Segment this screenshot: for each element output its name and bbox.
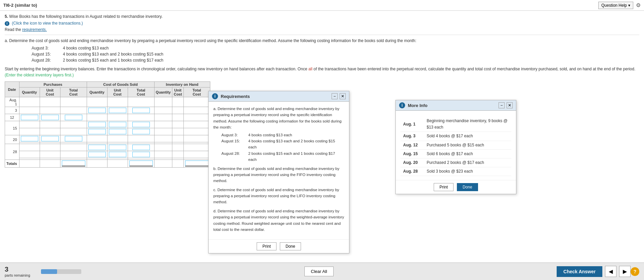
parts-label: parts remaining xyxy=(5,273,38,277)
cogs-tcost xyxy=(128,135,154,142)
p-qty xyxy=(19,144,40,151)
info-icon-circle[interactable]: i xyxy=(5,21,9,26)
popup-header-requirements: i Requirements − ✕ xyxy=(209,91,349,102)
req-close-button[interactable]: ✕ xyxy=(340,93,346,99)
question-help-button[interactable]: Question Help ▾ xyxy=(598,2,633,9)
end-text: of the transactions have been entered in… xyxy=(313,67,635,71)
requirements-link[interactable]: requirements. xyxy=(22,27,47,32)
instruction-block-a: a. Determine the cost of goods sold and … xyxy=(5,38,639,63)
cogs-qty-input[interactable] xyxy=(88,129,106,134)
question-number: 5. xyxy=(5,14,8,19)
more-info-desc: Sold 3 books @ $23 each xyxy=(424,167,511,176)
inv-tcost-cell xyxy=(183,144,210,151)
req-aug3-label: August 3: xyxy=(221,132,248,138)
p-ucost-input[interactable] xyxy=(41,136,59,141)
cogs-ucost-input[interactable] xyxy=(109,145,126,150)
req-title: Requirements xyxy=(221,94,332,99)
question-text: Wise Books has the following transaction… xyxy=(9,14,163,19)
list-item: Aug. 12Purchased 5 books @ $15 each xyxy=(400,141,511,149)
cogs-qty xyxy=(87,151,107,158)
cogs-qty-input[interactable] xyxy=(88,108,106,113)
instruction-a-text: a. Determine the cost of goods sold and … xyxy=(5,38,416,43)
more-info-done-button[interactable]: Done xyxy=(457,183,478,191)
p-tcost-input[interactable] xyxy=(65,136,82,141)
more-info-body: Aug. 1Beginning merchandise inventory, 9… xyxy=(396,111,516,180)
req-b-text: b. Determine the cost of goods sold and … xyxy=(213,167,339,183)
cogs-tcost-input[interactable] xyxy=(132,122,150,127)
cogs-ucost xyxy=(107,97,128,107)
progress-bar xyxy=(41,269,81,274)
clear-all-button[interactable]: Clear All xyxy=(304,267,333,276)
icon-link[interactable]: (Click the icon to view the transactions… xyxy=(12,21,83,26)
p-qty xyxy=(19,128,40,135)
more-info-date: Aug. 3 xyxy=(400,132,424,141)
cogs-qty-input[interactable] xyxy=(88,145,106,150)
p-qty-input[interactable] xyxy=(21,115,38,120)
totals-inv-qty xyxy=(154,160,172,168)
popup-controls: − ✕ xyxy=(332,93,346,99)
req-minimize-button[interactable]: − xyxy=(332,93,338,99)
more-info-close-button[interactable]: ✕ xyxy=(507,102,513,108)
cogs-ucost xyxy=(107,151,128,158)
inv-ucost-cell xyxy=(172,144,183,151)
table-row: Aug. 1 xyxy=(5,97,210,107)
cogs-ucost-input[interactable] xyxy=(109,152,126,157)
totals-p-tcost-input[interactable] xyxy=(62,161,85,167)
cogs-ucost xyxy=(107,144,128,151)
p-tcost xyxy=(60,135,87,142)
cogs-tcost xyxy=(128,114,154,121)
more-info-minimize-button[interactable]: − xyxy=(499,102,505,108)
more-info-date: Aug. 28 xyxy=(400,167,424,176)
p-ucost xyxy=(40,121,60,128)
inv-tcost-cell xyxy=(183,128,210,135)
cogs-ucost-input[interactable] xyxy=(109,129,126,134)
cogs-ucost-input[interactable] xyxy=(109,108,126,113)
totals-cogs-tcost-input[interactable] xyxy=(129,161,153,167)
cogs-tcost xyxy=(128,128,154,135)
parts-remaining: 3 parts remaining xyxy=(5,266,38,277)
req-d-text: d. Determine the cost of goods sold and … xyxy=(213,209,344,232)
more-info-footer: Print Done xyxy=(396,180,516,194)
table-row: 20 xyxy=(5,135,210,142)
totals-inv-tcost xyxy=(183,160,210,168)
cogs-tcost-input[interactable] xyxy=(132,152,150,157)
help-button[interactable]: ? xyxy=(631,267,639,276)
inv-qty-cell xyxy=(154,135,172,142)
date-cell: 28 xyxy=(5,144,19,160)
cogs-ucost xyxy=(107,128,128,135)
date-cell: 15 xyxy=(5,121,19,135)
purchases-qty: Quantity xyxy=(19,88,40,97)
settings-icon[interactable]: ⚙ xyxy=(636,2,641,8)
cogs-ucost-input[interactable] xyxy=(109,122,126,127)
aug15-label: August 15: xyxy=(32,51,62,57)
p-ucost xyxy=(40,114,60,121)
req-item-d: d. Determine the cost of goods sold and … xyxy=(213,208,344,233)
more-info-desc: Purchased 5 books @ $15 each xyxy=(424,141,511,149)
inv-unit-cost: UnitCost xyxy=(172,88,183,97)
icon-link-line: i (Click the icon to view the transactio… xyxy=(5,21,639,26)
cogs-tcost-input[interactable] xyxy=(132,129,150,134)
cogs-qty-input[interactable] xyxy=(88,152,106,157)
nav-next-button[interactable]: ▶ xyxy=(619,266,631,277)
check-answer-button[interactable]: Check Answer xyxy=(557,266,602,277)
p-tcost xyxy=(60,151,87,158)
table-row xyxy=(5,128,210,135)
p-ucost-input[interactable] xyxy=(41,115,59,120)
req-print-button[interactable]: Print xyxy=(257,242,276,250)
p-ucost xyxy=(40,97,60,107)
p-tcost-input[interactable] xyxy=(65,115,82,120)
totals-inv-tcost-input[interactable] xyxy=(185,161,209,167)
inv-total-cost: TotalCost xyxy=(183,88,210,97)
req-done-button[interactable]: Done xyxy=(280,242,301,250)
cogs-qty-input[interactable] xyxy=(88,122,106,127)
table-row: 3 xyxy=(5,107,210,114)
cogs-tcost-input[interactable] xyxy=(132,145,150,150)
cogs-tcost-input[interactable] xyxy=(132,108,150,113)
inv-tcost-cell xyxy=(183,135,210,142)
more-info-print-button[interactable]: Print xyxy=(434,183,454,191)
list-item: Aug. 20Purchased 2 books @ $17 each xyxy=(400,158,511,167)
inv-ucost-cell xyxy=(172,107,183,114)
p-qty-input[interactable] xyxy=(21,136,38,141)
nav-prev-button[interactable]: ◀ xyxy=(605,266,616,277)
p-ucost xyxy=(40,135,60,142)
